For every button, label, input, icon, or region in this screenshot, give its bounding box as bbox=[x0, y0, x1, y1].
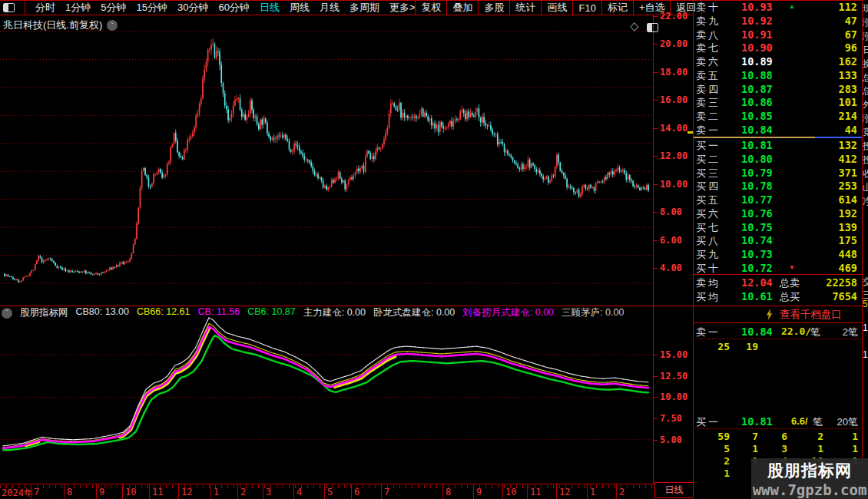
month-label: 2 bbox=[240, 487, 246, 497]
book-row-sell-10[interactable]: 卖十10.93▲112 bbox=[694, 1, 862, 14]
book-row-buy-3[interactable]: 买三10.79371 bbox=[694, 167, 862, 180]
down-arrow-icon: ▼ bbox=[789, 264, 795, 271]
book-row-sell-8[interactable]: 卖八10.9167 bbox=[694, 28, 862, 41]
book-price: 10.80 bbox=[741, 153, 789, 165]
book-row-buy-1[interactable]: 买一10.81132 bbox=[694, 139, 862, 152]
month-tick bbox=[324, 484, 325, 499]
month-label: 2024年 bbox=[2, 487, 33, 499]
book-label: 卖三 bbox=[696, 96, 721, 110]
book-label: 买八 bbox=[696, 234, 721, 248]
month-tick bbox=[527, 484, 528, 499]
clipped-char: 1 bbox=[863, 349, 868, 360]
queue-cell: 1 bbox=[823, 431, 858, 442]
chart-title: 兆日科技(日线.前复权) bbox=[3, 18, 102, 32]
menu-item-多股[interactable]: 多股 bbox=[478, 1, 509, 15]
queue-cell: 19 bbox=[730, 341, 758, 352]
period-button[interactable]: 日线 bbox=[654, 482, 694, 498]
queue-cell: 6 bbox=[758, 431, 787, 442]
layout-icon[interactable] bbox=[3, 3, 15, 12]
book-row-sell-4[interactable]: 卖四10.87283 bbox=[694, 83, 862, 96]
menu-item-多周期[interactable]: 多周期 bbox=[350, 1, 379, 15]
menu-item-标记[interactable]: 标记 bbox=[601, 1, 633, 15]
axis-label: 15.00 bbox=[660, 349, 687, 360]
book-row-sell-7[interactable]: 卖七10.9096 bbox=[694, 41, 862, 55]
book-row-buy-6[interactable]: 买六10.76192 bbox=[694, 207, 862, 220]
book-row-sell-6[interactable]: 卖六10.89162 bbox=[694, 55, 862, 68]
month-label: 10 bbox=[125, 487, 136, 497]
time-axis[interactable]: 2024年78910111212345678910111212 bbox=[0, 484, 654, 499]
clipped-char: 涨 bbox=[863, 30, 868, 43]
indicator-value: CB66: 12.61 bbox=[137, 306, 190, 319]
book-row-sell-3[interactable]: 卖三10.86101 bbox=[694, 96, 862, 109]
chevron-down-icon[interactable]: ˇ bbox=[2, 308, 12, 319]
menu-item-更多>[interactable]: 更多> bbox=[389, 1, 416, 15]
book-row-buy-8[interactable]: 买八10.74175 bbox=[694, 234, 862, 247]
month-label: 12 bbox=[181, 487, 192, 497]
book-volume: 614 bbox=[839, 193, 857, 206]
stat-label: 卖一 bbox=[696, 326, 721, 339]
book-row-buy-5[interactable]: 买五10.77614 bbox=[694, 193, 862, 207]
order-book-panel: 卖十10.93▲112卖九10.9247卖八10.9167卖七10.9096卖六… bbox=[694, 0, 862, 499]
menu-item-周线[interactable]: 周线 bbox=[290, 1, 310, 15]
menu-item-1分钟[interactable]: 1分钟 bbox=[65, 1, 91, 15]
month-tick bbox=[178, 484, 179, 499]
book-label: 卖六 bbox=[696, 55, 721, 69]
book-row-buy-9[interactable]: 买九10.73448 bbox=[694, 248, 862, 261]
book-row-sell-9[interactable]: 卖九10.9247 bbox=[694, 15, 862, 28]
menu-item-画线[interactable]: 画线 bbox=[541, 1, 572, 15]
chevron-down-icon[interactable]: ˇ bbox=[107, 20, 118, 31]
book-label: 买六 bbox=[696, 207, 721, 221]
menu-item-5分钟[interactable]: 5分钟 bbox=[101, 1, 126, 15]
menu-item-叠加[interactable]: 叠加 bbox=[446, 1, 478, 15]
indicator-value: CB: 11.56 bbox=[198, 306, 240, 319]
book-row-sell-1[interactable]: 卖一10.8444 bbox=[694, 124, 862, 137]
menu-item-月线[interactable]: 月线 bbox=[320, 1, 340, 15]
menu-item-复权[interactable]: 复权 bbox=[415, 1, 446, 15]
menu-item-30分钟[interactable]: 30分钟 bbox=[177, 1, 208, 15]
indicator-value: 卧龙式盘建仓: 0.00 bbox=[373, 306, 455, 319]
buy1-stat-row[interactable]: 买一10.816.6/笔20笔 bbox=[694, 415, 862, 428]
month-tick bbox=[616, 484, 617, 499]
book-row-sell-5[interactable]: 卖五10.88133 bbox=[694, 69, 862, 82]
indicator-values: 股朋指标网CB80: 13.00CB66: 12.61CB: 11.56CB6:… bbox=[20, 306, 624, 319]
book-price: 10.90 bbox=[741, 41, 789, 54]
level2-button[interactable]: 查看千档盘口 bbox=[694, 308, 862, 321]
month-tick bbox=[473, 484, 474, 499]
book-price: 10.77 bbox=[741, 193, 789, 206]
month-tick bbox=[263, 484, 263, 499]
menu-item-F10[interactable]: F10 bbox=[572, 1, 601, 15]
menu-item-统计[interactable]: 统计 bbox=[509, 1, 541, 15]
book-volume: 283 bbox=[839, 83, 857, 95]
menu-item-60分钟[interactable]: 60分钟 bbox=[218, 1, 249, 15]
book-price: 10.92 bbox=[741, 15, 789, 27]
book-price: 10.91 bbox=[741, 28, 789, 41]
book-row-buy-10[interactable]: 买十10.72▼469 bbox=[694, 262, 862, 275]
month-label: 11 bbox=[530, 487, 541, 497]
book-row-buy-7[interactable]: 买七10.75139 bbox=[694, 221, 862, 234]
book-row-sell-2[interactable]: 卖二10.85214 bbox=[694, 110, 862, 123]
menu-item-日线[interactable]: 日线 bbox=[260, 1, 280, 15]
clipped-char: 投 bbox=[863, 154, 868, 167]
book-row-buy-4[interactable]: 买四10.78253 bbox=[694, 180, 862, 193]
book-price: 10.74 bbox=[741, 234, 789, 246]
month-tick bbox=[149, 484, 150, 499]
axis-label: 12.50 bbox=[660, 371, 687, 382]
diamond-icon[interactable]: ◇ bbox=[630, 19, 639, 33]
stat-label: 买一 bbox=[696, 415, 721, 429]
separator bbox=[694, 274, 862, 275]
indicator-value: CB6: 10.87 bbox=[247, 306, 296, 319]
book-label: 买三 bbox=[696, 167, 721, 180]
book-price: 10.81 bbox=[741, 139, 789, 151]
clipped-char: 总 bbox=[863, 84, 868, 97]
menu-item-分时[interactable]: 分时 bbox=[35, 1, 55, 15]
panel-toggle-icon[interactable] bbox=[647, 21, 658, 35]
clipped-side-panel: 现涨涨日换总总外涨竞投投收山净交三511 bbox=[863, 0, 868, 499]
book-label: 买七 bbox=[696, 221, 721, 235]
book-label: 买四 bbox=[696, 180, 721, 193]
book-row-buy-2[interactable]: 买二10.80412 bbox=[694, 153, 862, 166]
indicator-chart bbox=[0, 306, 653, 484]
period-button-label: 日线 bbox=[665, 484, 684, 497]
sell1-stat-row[interactable]: 卖一10.8422.0/笔2笔 bbox=[694, 326, 862, 339]
menu-item-15分钟[interactable]: 15分钟 bbox=[136, 1, 167, 15]
clipped-char: 涨 bbox=[863, 16, 868, 29]
